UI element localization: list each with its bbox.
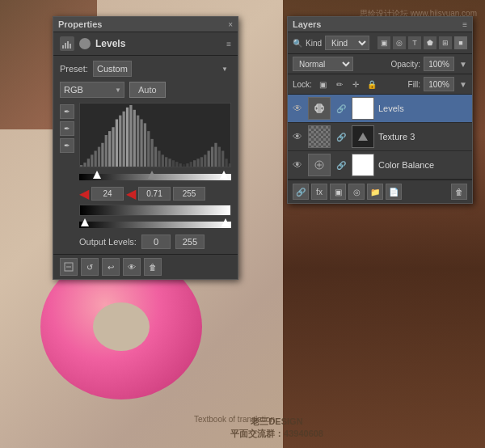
lock-image-btn[interactable]: ✏: [333, 78, 346, 91]
histogram-bars: [80, 104, 230, 167]
kind-select[interactable]: Kind: [325, 36, 369, 50]
expand-icon[interactable]: ≡: [226, 40, 231, 49]
link-layers-btn[interactable]: 🔗: [293, 184, 309, 200]
channel-select[interactable]: RGB: [60, 82, 124, 98]
layer-thumb-levels: [308, 97, 331, 120]
blend-mode-select[interactable]: Normal: [293, 57, 353, 71]
svg-rect-33: [183, 164, 185, 167]
svg-rect-35: [190, 162, 192, 167]
history-button[interactable]: ↺: [81, 258, 99, 276]
svg-rect-21: [140, 120, 142, 167]
blend-opacity-row: Normal Opacity: ▼: [288, 54, 472, 74]
output-black-input[interactable]: [141, 235, 171, 249]
fill-label: Fill:: [408, 80, 421, 89]
white-point-eyedropper[interactable]: ✒: [60, 138, 74, 153]
svg-rect-23: [147, 131, 150, 167]
eyedropper-sidebar: ✒ ✒ ✒: [60, 103, 79, 249]
search-icon: 🔍: [293, 39, 302, 48]
lock-transparent-btn[interactable]: ▣: [317, 78, 330, 91]
channel-select-wrapper: RGB ▼: [60, 82, 124, 98]
white-value-input[interactable]: [173, 187, 205, 201]
preset-select-wrapper: Custom ▼: [93, 61, 231, 77]
black-handle[interactable]: [93, 171, 101, 179]
svg-rect-9: [98, 147, 100, 167]
black-point-arrow: ◀: [79, 188, 89, 201]
levels-values-row: ◀ ◀: [79, 185, 231, 202]
histogram: [79, 103, 231, 167]
svg-rect-3: [70, 44, 71, 49]
opacity-label: Opacity:: [390, 60, 420, 69]
midtone-arrow: ◀: [126, 188, 136, 201]
new-adjustment-btn[interactable]: ◎: [348, 184, 365, 200]
svg-rect-14: [116, 120, 118, 167]
fill-input[interactable]: [424, 77, 454, 91]
lock-position-btn[interactable]: ✛: [349, 78, 362, 91]
layers-panel: Layers ≡ 🔍 Kind Kind ▣ ◎ T ⬟ ⊞ ■ Normal …: [287, 16, 473, 204]
filter-shape-icon[interactable]: ⬟: [424, 36, 436, 49]
white-handle[interactable]: [220, 171, 228, 179]
new-layer-btn[interactable]: 📄: [386, 184, 402, 200]
layer-eye-colorbalance[interactable]: 👁: [293, 159, 304, 171]
output-white-handle[interactable]: [221, 218, 230, 226]
preset-row: Preset: Custom ▼: [60, 61, 231, 77]
layers-menu-icon[interactable]: ≡: [462, 20, 467, 29]
svg-rect-44: [221, 151, 224, 167]
svg-rect-11: [105, 135, 108, 167]
lock-all-btn[interactable]: 🔒: [365, 78, 378, 91]
black-value-input[interactable]: [91, 187, 124, 201]
auto-button[interactable]: Auto: [129, 82, 166, 98]
svg-rect-37: [196, 158, 199, 167]
levels-histogram-icon: [60, 36, 74, 51]
properties-close-icon[interactable]: ×: [228, 20, 233, 29]
output-levels-row: Output Levels:: [79, 235, 231, 249]
filter-type-icon[interactable]: T: [408, 36, 421, 49]
input-slider[interactable]: [79, 171, 231, 184]
filter-adjustment-icon[interactable]: ◎: [393, 36, 406, 49]
output-black-handle[interactable]: [81, 218, 89, 226]
svg-rect-41: [211, 147, 213, 167]
output-slider[interactable]: [79, 218, 231, 231]
svg-rect-22: [144, 123, 146, 167]
layer-link-levels: 🔗: [335, 104, 348, 113]
svg-rect-0: [62, 45, 64, 49]
delete-button[interactable]: 🗑: [144, 258, 162, 276]
preset-dropdown-arrow: ▼: [221, 66, 228, 73]
properties-title: Properties: [58, 19, 102, 29]
svg-rect-7: [91, 154, 93, 167]
layer-row-texture[interactable]: 👁 🔗 Texture 3: [288, 123, 472, 151]
svg-rect-28: [165, 157, 167, 167]
filter-toggle[interactable]: ■: [454, 36, 467, 49]
black-point-eyedropper[interactable]: ✒: [60, 104, 74, 119]
output-white-input[interactable]: [175, 235, 205, 249]
output-gradient-track: [79, 222, 231, 228]
svg-rect-34: [186, 163, 188, 167]
filter-smart-icon[interactable]: ⊞: [439, 36, 452, 49]
svg-rect-16: [123, 112, 125, 167]
layer-mask-levels: [352, 97, 374, 120]
layer-thumb-colorbalance: [308, 154, 331, 176]
preset-select[interactable]: Custom: [93, 61, 132, 77]
reset-button[interactable]: [60, 258, 78, 276]
layer-row-colorbalance[interactable]: 👁 🔗 Color Balance: [288, 151, 472, 180]
properties-panel: Properties × Levels ≡ Preset: Custom ▼: [53, 16, 238, 280]
filter-pixel-icon[interactable]: ▣: [377, 36, 390, 49]
delete-layer-btn[interactable]: 🗑: [451, 184, 467, 200]
gray-point-eyedropper[interactable]: ✒: [60, 121, 74, 136]
midtone-handle[interactable]: [148, 171, 156, 179]
svg-rect-4: [80, 165, 82, 167]
fill-arrow: ▼: [459, 80, 467, 89]
svg-rect-24: [151, 139, 154, 167]
visibility-button[interactable]: 👁: [123, 258, 141, 276]
opacity-input[interactable]: [424, 57, 454, 71]
layer-eye-levels[interactable]: 👁: [293, 103, 304, 114]
lock-label: Lock:: [293, 80, 312, 89]
undo-button[interactable]: ↩: [102, 258, 120, 276]
layer-eye-texture[interactable]: 👁: [293, 131, 304, 142]
add-mask-btn[interactable]: ▣: [330, 184, 346, 200]
svg-rect-40: [208, 151, 210, 167]
layer-row-levels[interactable]: 👁 🔗 Levels: [288, 95, 472, 123]
new-group-btn[interactable]: 📁: [367, 184, 383, 200]
levels-header: Levels ≡: [53, 32, 238, 56]
add-style-btn[interactable]: fx: [311, 184, 327, 200]
midtone-value-input[interactable]: [138, 187, 171, 201]
